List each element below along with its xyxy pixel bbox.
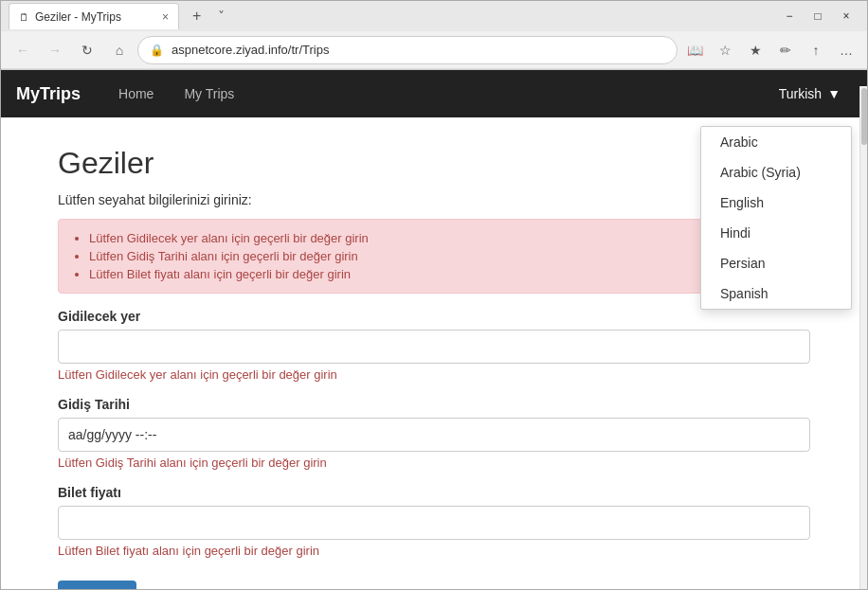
nav-home[interactable]: Home bbox=[103, 70, 169, 117]
ticket-price-label: Bilet fiyatı bbox=[58, 485, 810, 500]
language-selector: Turkish ▼ Arabic Arabic (Syria) English … bbox=[768, 79, 852, 109]
app-brand[interactable]: MyTrips bbox=[16, 84, 81, 104]
departure-date-label: Gidiş Tarihi bbox=[58, 397, 810, 412]
language-dropdown-button[interactable]: Turkish ▼ bbox=[768, 79, 852, 109]
ticket-price-input[interactable] bbox=[58, 506, 810, 540]
reload-button[interactable]: ↻ bbox=[73, 36, 101, 64]
lang-option-arabic[interactable]: Arabic bbox=[701, 127, 851, 157]
lang-option-arabic-syria[interactable]: Arabic (Syria) bbox=[701, 157, 851, 188]
destination-input[interactable] bbox=[58, 330, 810, 364]
departure-date-error: Lütfen Gidiş Tarihi alanı için geçerli b… bbox=[58, 456, 810, 470]
error-list: Lütfen Gidilecek yer alanı için geçerli … bbox=[74, 229, 794, 283]
tab-close-button[interactable]: × bbox=[162, 10, 169, 24]
error-item-destination: Lütfen Gidilecek yer alanı için geçerli … bbox=[89, 229, 794, 247]
nav-my-trips[interactable]: My Trips bbox=[169, 70, 249, 117]
app-navbar: MyTrips Home My Trips Turkish ▼ Arabic A… bbox=[1, 70, 867, 117]
lang-option-spanish[interactable]: Spanish bbox=[701, 278, 851, 309]
ticket-price-error: Lütfen Bilet fiyatı alanı için geçerli b… bbox=[58, 544, 810, 558]
lang-option-hindi[interactable]: Hindi bbox=[701, 218, 851, 248]
error-item-date: Lütfen Gidiş Tarihi alanı için geçerli b… bbox=[89, 247, 794, 265]
url-display: aspnetcore.ziyad.info/tr/Trips bbox=[172, 43, 665, 57]
favorites-button[interactable]: ★ bbox=[742, 37, 769, 63]
minimize-button[interactable]: − bbox=[776, 6, 803, 27]
reader-view-button[interactable]: 📖 bbox=[681, 37, 708, 63]
departure-date-input[interactable] bbox=[58, 418, 810, 452]
back-button[interactable]: ← bbox=[9, 36, 37, 64]
submit-button[interactable]: Gönder bbox=[58, 581, 136, 590]
page-title: Geziler bbox=[58, 146, 810, 181]
notes-button[interactable]: ✏ bbox=[772, 37, 799, 63]
destination-error: Lütfen Gidilecek yer alanı için geçerli … bbox=[58, 367, 810, 382]
form-subtitle: Lütfen seyahat bilgilerinizi giriniz: bbox=[58, 192, 810, 207]
departure-date-field-group: Gidiş Tarihi Lütfen Gidiş Tarihi alanı i… bbox=[58, 397, 810, 470]
scrollbar[interactable] bbox=[859, 86, 867, 589]
lang-option-english[interactable]: English bbox=[701, 188, 851, 218]
ticket-price-field-group: Bilet fiyatı Lütfen Bilet fiyatı alanı i… bbox=[58, 485, 810, 558]
destination-field-group: Gidilecek yer Lütfen Gidilecek yer alanı… bbox=[58, 309, 810, 382]
dropdown-arrow-icon: ▼ bbox=[827, 86, 841, 101]
new-tab-button[interactable]: + bbox=[185, 4, 208, 28]
tab-title: Geziler - MyTrips bbox=[35, 10, 121, 24]
error-item-price: Lütfen Bilet fiyatı alanı için geçerli b… bbox=[89, 265, 794, 283]
browser-titlebar-area: 🗒 Geziler - MyTrips × + ˅ − □ × ← → ↻ ⌂ … bbox=[1, 1, 867, 70]
scrollbar-thumb[interactable] bbox=[861, 88, 867, 145]
browser-tab[interactable]: 🗒 Geziler - MyTrips × bbox=[9, 3, 179, 29]
error-summary: Lütfen Gidilecek yer alanı için geçerli … bbox=[58, 219, 810, 294]
address-bar[interactable]: 🔒 aspnetcore.ziyad.info/tr/Trips bbox=[137, 36, 678, 64]
maximize-button[interactable]: □ bbox=[805, 6, 831, 27]
tab-icon: 🗒 bbox=[19, 11, 29, 23]
trip-form: Gidilecek yer Lütfen Gidilecek yer alanı… bbox=[58, 309, 810, 590]
current-language-label: Turkish bbox=[779, 86, 822, 101]
more-button[interactable]: … bbox=[833, 37, 859, 63]
destination-label: Gidilecek yer bbox=[58, 309, 810, 324]
close-button[interactable]: × bbox=[833, 6, 859, 27]
lang-option-persian[interactable]: Persian bbox=[701, 248, 851, 278]
forward-button[interactable]: → bbox=[41, 36, 69, 64]
home-button[interactable]: ⌂ bbox=[105, 36, 134, 64]
language-dropdown-menu: Arabic Arabic (Syria) English Hindi Pers… bbox=[700, 126, 852, 310]
ssl-icon: 🔒 bbox=[150, 44, 164, 57]
share-button[interactable]: ↑ bbox=[803, 37, 829, 63]
browser-window: 🗒 Geziler - MyTrips × + ˅ − □ × ← → ↻ ⌂ … bbox=[0, 0, 868, 590]
nav-links: Home My Trips bbox=[103, 70, 249, 117]
tab-list-button[interactable]: ˅ bbox=[214, 9, 228, 24]
bookmark-button[interactable]: ☆ bbox=[712, 37, 738, 63]
